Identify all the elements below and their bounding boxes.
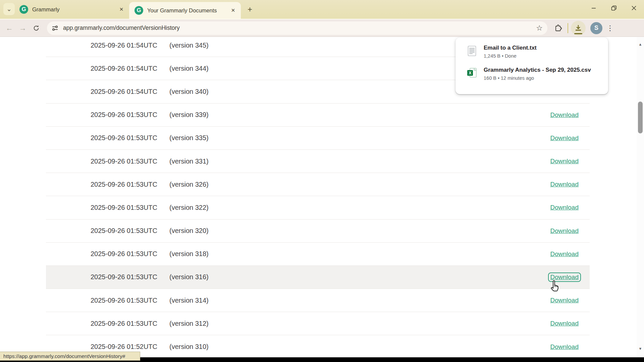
download-active-indicator <box>574 33 582 34</box>
download-link[interactable]: Download <box>548 226 581 236</box>
toolbar-separator <box>568 23 568 33</box>
forward-icon: → <box>19 24 26 33</box>
url-text[interactable]: app.grammarly.com/documentVersionHistory <box>63 24 533 32</box>
download-link[interactable]: Download <box>548 342 581 352</box>
star-icon: ☆ <box>536 24 543 33</box>
version-date: 2025-09-26 01:53UTC <box>91 111 169 119</box>
download-icon <box>574 24 583 33</box>
tune-icon <box>52 25 58 32</box>
download-link[interactable]: Download <box>548 273 581 282</box>
version-date: 2025-09-26 01:52UTC <box>91 343 169 351</box>
table-row: 2025-09-26 01:53UTC (version 318) Downlo… <box>46 243 590 266</box>
profile-avatar[interactable]: S <box>590 22 602 34</box>
restore-icon <box>611 5 617 11</box>
grammarly-favicon: G <box>135 6 143 15</box>
download-file-meta: 160 B • 12 minutes ago <box>484 75 591 81</box>
download-link[interactable]: Download <box>548 249 581 259</box>
version-label: (version 326) <box>169 181 270 188</box>
tab-your-grammarly-documents[interactable]: G Your Grammarly Documents ✕ <box>129 2 241 19</box>
version-label: (version 331) <box>169 158 270 165</box>
browser-window: ⌄ G Grammarly ✕ G Your Grammarly Documen… <box>0 0 644 362</box>
extensions-button[interactable] <box>551 21 565 35</box>
tab-close-icon[interactable]: ✕ <box>229 7 237 14</box>
version-date: 2025-09-26 01:54UTC <box>91 88 169 96</box>
download-link[interactable]: Download <box>548 319 581 328</box>
forward-button[interactable]: → <box>16 21 30 35</box>
close-icon <box>631 5 637 11</box>
download-link[interactable]: Download <box>548 296 581 305</box>
browser-toolbar: ← → app.grammarly.com/documentVersionHis… <box>0 19 644 37</box>
tab-close-icon[interactable]: ✕ <box>118 6 125 13</box>
new-tab-button[interactable]: + <box>245 4 255 14</box>
tab-grammarly[interactable]: G Grammarly ✕ <box>14 0 129 19</box>
scroll-up-arrow[interactable]: ▲ <box>637 41 644 48</box>
version-label: (version 310) <box>169 343 270 351</box>
table-row: 2025-09-26 01:53UTC (version 320) Downlo… <box>46 220 590 243</box>
version-label: (version 345) <box>169 42 270 49</box>
back-icon: ← <box>6 24 13 33</box>
download-link[interactable]: Download <box>548 133 581 143</box>
address-bar[interactable]: app.grammarly.com/documentVersionHistory… <box>47 21 547 35</box>
tab-title: Grammarly <box>32 6 116 13</box>
version-date: 2025-09-26 01:53UTC <box>91 273 169 281</box>
download-link[interactable]: Download <box>548 203 581 212</box>
version-date: 2025-09-26 01:53UTC <box>91 250 169 258</box>
back-button[interactable]: ← <box>3 21 16 35</box>
site-settings-button[interactable] <box>48 22 62 34</box>
download-file-name: Email to a Client.txt <box>484 45 537 51</box>
download-item-csv[interactable]: X Grammarly Analytics - Sep 29, 2025.csv… <box>455 65 608 87</box>
version-date: 2025-09-26 01:53UTC <box>91 158 169 165</box>
table-row: 2025-09-26 01:53UTC (version 316) Downlo… <box>46 266 590 289</box>
version-date: 2025-09-26 01:53UTC <box>91 134 169 142</box>
svg-text:X: X <box>469 71 471 75</box>
download-file-name: Grammarly Analytics - Sep 29, 2025.csv <box>484 67 591 73</box>
table-row: 2025-09-26 01:53UTC (version 312) Downlo… <box>46 312 590 335</box>
minimize-icon <box>591 5 596 11</box>
version-label: (version 339) <box>169 111 270 119</box>
tab-title: Your Grammarly Documents <box>147 7 227 14</box>
version-label: (version 322) <box>169 204 270 212</box>
close-window-button[interactable] <box>624 0 644 16</box>
download-link[interactable]: Download <box>548 180 581 189</box>
version-label: (version 318) <box>169 250 270 258</box>
minimize-button[interactable] <box>584 0 604 16</box>
reload-button[interactable] <box>30 21 43 35</box>
bookmark-button[interactable]: ☆ <box>533 22 545 34</box>
version-label: (version 312) <box>169 320 270 327</box>
version-label: (version 316) <box>169 273 270 281</box>
status-url-text: https://app.grammarly.com/documentVersio… <box>3 353 125 359</box>
scrollbar-thumb[interactable] <box>638 102 643 133</box>
version-label: (version 335) <box>169 134 270 142</box>
vertical-scrollbar[interactable]: ▲ ▼ <box>637 37 644 357</box>
table-row: 2025-09-26 01:53UTC (version 339) Downlo… <box>46 104 590 127</box>
text-file-icon <box>467 46 477 56</box>
version-date: 2025-09-26 01:53UTC <box>91 227 169 235</box>
version-label: (version 340) <box>169 88 270 96</box>
download-file-meta: 1,245 B • Done <box>484 53 537 59</box>
version-date: 2025-09-26 01:53UTC <box>91 297 169 304</box>
version-date: 2025-09-26 01:54UTC <box>91 65 169 72</box>
version-date: 2025-09-26 01:54UTC <box>91 42 169 49</box>
status-url-tooltip: https://app.grammarly.com/documentVersio… <box>0 352 140 361</box>
chevron-down-icon: ⌄ <box>6 5 11 13</box>
restore-button[interactable] <box>604 0 624 16</box>
version-date: 2025-09-26 01:53UTC <box>91 204 169 212</box>
download-item-txt[interactable]: Email to a Client.txt 1,245 B • Done <box>455 43 608 65</box>
table-row: 2025-09-26 01:53UTC (version 314) Downlo… <box>46 289 590 312</box>
version-label: (version 314) <box>169 297 270 304</box>
puzzle-icon <box>554 24 562 32</box>
avatar-initial: S <box>594 24 598 32</box>
tab-search-button[interactable]: ⌄ <box>3 3 15 15</box>
download-link[interactable]: Download <box>548 157 581 166</box>
three-dots-icon: ⋮ <box>607 24 614 32</box>
plus-icon: + <box>248 5 252 14</box>
table-row: 2025-09-26 01:53UTC (version 331) Downlo… <box>46 150 590 173</box>
downloads-button[interactable] <box>571 21 586 36</box>
downloads-popup: Email to a Client.txt 1,245 B • Done X G… <box>455 38 608 94</box>
browser-menu-button[interactable]: ⋮ <box>604 21 616 35</box>
reload-icon <box>33 24 40 32</box>
version-date: 2025-09-26 01:53UTC <box>91 320 169 327</box>
download-link[interactable]: Download <box>548 110 581 120</box>
scroll-down-arrow[interactable]: ▼ <box>637 345 644 352</box>
version-date: 2025-09-26 01:53UTC <box>91 181 169 188</box>
